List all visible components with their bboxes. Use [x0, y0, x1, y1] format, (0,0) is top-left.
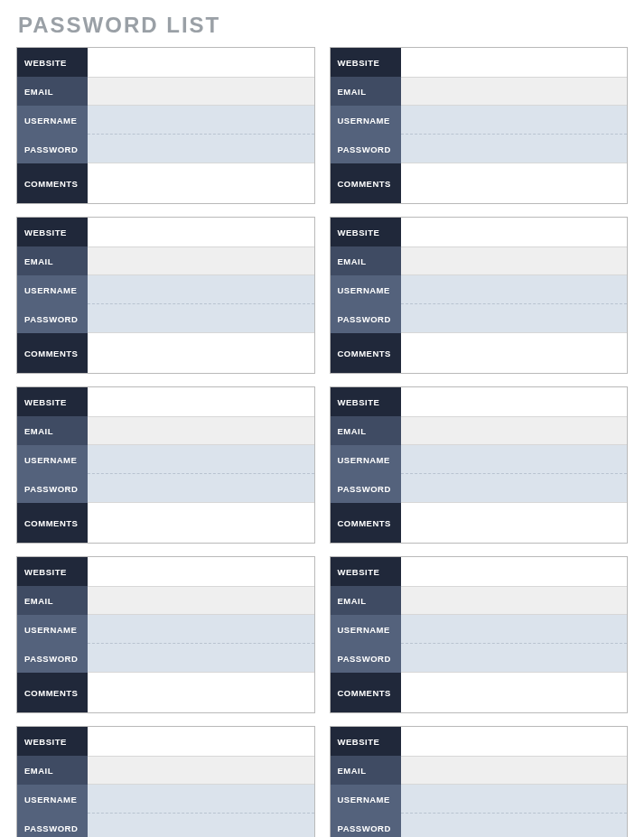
email-label: EMAIL: [17, 756, 88, 785]
email-label: EMAIL: [17, 77, 88, 106]
password-label: PASSWORD: [331, 474, 401, 503]
password-card: WEBSITEEMAILUSERNAMEPASSWORDCOMMENTS: [16, 217, 315, 374]
entry-comments: COMMENTS: [17, 163, 314, 203]
comments-value: [88, 503, 314, 543]
password-label: PASSWORD: [17, 304, 88, 333]
password-label: PASSWORD: [331, 644, 401, 673]
password-card: WEBSITEEMAILUSERNAMEPASSWORDCOMMENTS: [16, 726, 315, 837]
entry-password: PASSWORD: [17, 304, 314, 333]
username-value: [88, 615, 314, 644]
password-value: [401, 814, 628, 837]
username-label: USERNAME: [331, 615, 401, 644]
username-value: [401, 785, 628, 814]
comments-label: COMMENTS: [331, 673, 401, 712]
email-label: EMAIL: [331, 586, 401, 615]
email-label: EMAIL: [331, 756, 401, 785]
entry-username: USERNAME: [331, 275, 628, 304]
username-value: [88, 445, 314, 474]
entry-website: WEBSITE: [17, 557, 314, 586]
entry-email: EMAIL: [17, 416, 314, 445]
username-label: USERNAME: [17, 275, 88, 304]
entry-comments: COMMENTS: [331, 673, 628, 712]
password-card: WEBSITEEMAILUSERNAMEPASSWORDCOMMENTS: [330, 726, 629, 837]
entry-password: PASSWORD: [17, 135, 314, 163]
entry-username: USERNAME: [331, 445, 628, 474]
entry-comments: COMMENTS: [331, 333, 628, 373]
website-label: WEBSITE: [331, 218, 401, 246]
username-label: USERNAME: [17, 445, 88, 474]
entry-password: PASSWORD: [17, 474, 314, 503]
email-value: [401, 756, 628, 785]
comments-label: COMMENTS: [17, 163, 88, 203]
username-value: [401, 445, 628, 474]
entry-website: WEBSITE: [331, 727, 628, 756]
password-value: [401, 644, 628, 673]
cards-grid: WEBSITEEMAILUSERNAMEPASSWORDCOMMENTSWEBS…: [16, 47, 628, 837]
entry-email: EMAIL: [17, 586, 314, 615]
email-label: EMAIL: [331, 246, 401, 275]
password-card: WEBSITEEMAILUSERNAMEPASSWORDCOMMENTS: [16, 386, 315, 544]
card-row: WEBSITEEMAILUSERNAMEPASSWORDCOMMENTSWEBS…: [16, 726, 628, 837]
website-label: WEBSITE: [331, 557, 401, 586]
email-value: [401, 416, 628, 445]
entry-password: PASSWORD: [331, 474, 628, 503]
card-row: WEBSITEEMAILUSERNAMEPASSWORDCOMMENTSWEBS…: [16, 47, 628, 204]
username-value: [88, 785, 314, 814]
password-card: WEBSITEEMAILUSERNAMEPASSWORDCOMMENTS: [330, 386, 629, 544]
username-label: USERNAME: [17, 106, 88, 135]
email-value: [88, 246, 314, 275]
entry-email: EMAIL: [331, 246, 628, 275]
password-label: PASSWORD: [331, 304, 401, 333]
password-card: WEBSITEEMAILUSERNAMEPASSWORDCOMMENTS: [330, 556, 629, 713]
entry-email: EMAIL: [331, 756, 628, 785]
website-value: [88, 387, 314, 416]
email-value: [401, 586, 628, 615]
comments-value: [88, 333, 314, 373]
password-label: PASSWORD: [17, 135, 88, 163]
email-value: [401, 246, 628, 275]
website-label: WEBSITE: [17, 387, 88, 416]
website-label: WEBSITE: [331, 727, 401, 756]
password-card: WEBSITEEMAILUSERNAMEPASSWORDCOMMENTS: [16, 556, 315, 713]
email-value: [88, 586, 314, 615]
username-value: [401, 106, 628, 135]
comments-label: COMMENTS: [331, 333, 401, 373]
email-value: [401, 77, 628, 106]
password-card: WEBSITEEMAILUSERNAMEPASSWORDCOMMENTS: [330, 47, 629, 204]
email-value: [88, 416, 314, 445]
card-row: WEBSITEEMAILUSERNAMEPASSWORDCOMMENTSWEBS…: [16, 217, 628, 374]
email-value: [88, 756, 314, 785]
website-value: [401, 557, 628, 586]
comments-label: COMMENTS: [331, 163, 401, 203]
comments-value: [401, 503, 628, 543]
username-value: [401, 615, 628, 644]
entry-username: USERNAME: [331, 106, 628, 135]
password-label: PASSWORD: [17, 644, 88, 673]
password-card: WEBSITEEMAILUSERNAMEPASSWORDCOMMENTS: [330, 217, 629, 374]
password-label: PASSWORD: [17, 814, 88, 837]
website-label: WEBSITE: [17, 727, 88, 756]
entry-website: WEBSITE: [331, 387, 628, 416]
website-label: WEBSITE: [17, 48, 88, 77]
email-label: EMAIL: [331, 416, 401, 445]
website-value: [401, 387, 628, 416]
page-title: PASSWORD LIST: [18, 13, 628, 38]
entry-comments: COMMENTS: [331, 163, 628, 203]
password-card: WEBSITEEMAILUSERNAMEPASSWORDCOMMENTS: [16, 47, 315, 204]
entry-password: PASSWORD: [331, 814, 628, 837]
entry-username: USERNAME: [331, 615, 628, 644]
password-label: PASSWORD: [331, 135, 401, 163]
entry-password: PASSWORD: [331, 644, 628, 673]
website-value: [88, 48, 314, 77]
entry-comments: COMMENTS: [331, 503, 628, 543]
card-row: WEBSITEEMAILUSERNAMEPASSWORDCOMMENTSWEBS…: [16, 556, 628, 713]
comments-label: COMMENTS: [17, 503, 88, 543]
username-label: USERNAME: [331, 106, 401, 135]
password-value: [88, 304, 314, 333]
website-value: [88, 557, 314, 586]
username-label: USERNAME: [331, 785, 401, 814]
username-label: USERNAME: [331, 445, 401, 474]
comments-value: [401, 163, 628, 203]
password-label: PASSWORD: [17, 474, 88, 503]
password-value: [88, 814, 314, 837]
